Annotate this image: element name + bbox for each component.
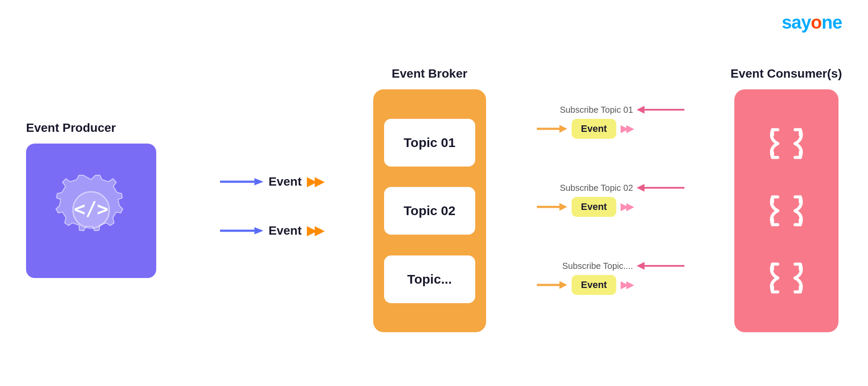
topic-box-3: Topic... [384, 255, 475, 303]
diagram: Event Producer </> [26, 43, 842, 356]
orange-arrow-3 [537, 279, 567, 291]
flow-row-3: Subscribe Topic.... Event ▶▶ [537, 260, 684, 295]
producer-label: Event Producer [26, 121, 116, 135]
broker-label: Event Broker [392, 67, 467, 81]
arrows-section: Event ▶▶ Event ▶▶ [220, 161, 322, 238]
event-pill-row-2: Event ▶▶ [537, 197, 684, 217]
consumer-label: Event Consumer(s) [730, 67, 842, 81]
rotate-icon-2 [765, 189, 808, 232]
blue-arrow-1 [220, 175, 263, 188]
event-arrow-row-1: Event ▶▶ [220, 174, 322, 189]
logo-text: say [782, 12, 811, 33]
left-arrow-pink-2 [637, 182, 684, 193]
rotate-icon-3 [765, 256, 808, 300]
svg-marker-17 [559, 281, 567, 289]
subscribe-row-3: Subscribe Topic.... [537, 260, 684, 272]
gear-code-icon: </> [52, 171, 130, 251]
consumer-section: Event Consumer(s) [730, 67, 842, 332]
event-pill-2: Event [572, 197, 617, 217]
double-chevron-2: ▶▶ [307, 223, 322, 238]
blue-arrow-2 [220, 224, 263, 237]
topic-1-text: Topic 01 [404, 135, 455, 150]
svg-marker-3 [254, 178, 263, 185]
event-label-2: Event [269, 224, 302, 238]
svg-marker-7 [637, 106, 644, 114]
event-pill-row-3: Event ▶▶ [537, 275, 684, 295]
svg-marker-9 [559, 125, 567, 133]
topic-box-1: Topic 01 [384, 119, 475, 167]
producer-box: </> [26, 144, 156, 278]
pink-chevron-1: ▶▶ [621, 123, 632, 134]
event-label-1: Event [269, 175, 302, 189]
orange-arrow-1 [537, 123, 567, 134]
rotate-icon-1 [765, 122, 808, 165]
subscribe-row-2: Subscribe Topic 02 [537, 182, 684, 193]
broker-box: Topic 01 Topic 02 Topic... [373, 89, 486, 332]
logo: sayone [782, 12, 842, 33]
flow-section: Subscribe Topic 01 Event ▶▶ [537, 78, 684, 321]
flow-row-1: Subscribe Topic 01 Event ▶▶ [537, 104, 684, 139]
event-pill-1: Event [572, 119, 617, 139]
svg-marker-15 [637, 262, 644, 270]
event-arrow-row-2: Event ▶▶ [220, 223, 322, 238]
pink-chevron-2: ▶▶ [621, 201, 632, 213]
consumer-box [734, 89, 838, 332]
double-chevron-1: ▶▶ [307, 174, 322, 189]
left-arrow-pink-3 [637, 260, 684, 272]
svg-marker-5 [254, 227, 263, 234]
subscribe-text-1: Subscribe Topic 01 [560, 105, 633, 115]
broker-section: Event Broker Topic 01 Topic 02 Topic... [369, 67, 490, 332]
logo-x: o [811, 12, 822, 33]
event-pill-3: Event [572, 275, 617, 295]
topic-2-text: Topic 02 [404, 203, 455, 218]
svg-text:</>: </> [74, 198, 108, 220]
subscribe-row-1: Subscribe Topic 01 [537, 104, 684, 115]
pink-chevron-3: ▶▶ [621, 279, 632, 291]
topic-3-text: Topic... [407, 272, 452, 287]
orange-arrow-2 [537, 201, 567, 213]
flow-row-2: Subscribe Topic 02 Event ▶▶ [537, 182, 684, 217]
subscribe-text-2: Subscribe Topic 02 [560, 183, 633, 193]
event-pill-row-1: Event ▶▶ [537, 119, 684, 139]
left-arrow-pink-1 [637, 104, 684, 115]
producer-section: Event Producer </> [26, 121, 174, 278]
topic-box-2: Topic 02 [384, 187, 475, 235]
subscribe-text-3: Subscribe Topic.... [562, 261, 633, 271]
svg-marker-11 [637, 184, 644, 192]
logo-text2: ne [822, 12, 842, 33]
svg-marker-13 [559, 203, 567, 211]
